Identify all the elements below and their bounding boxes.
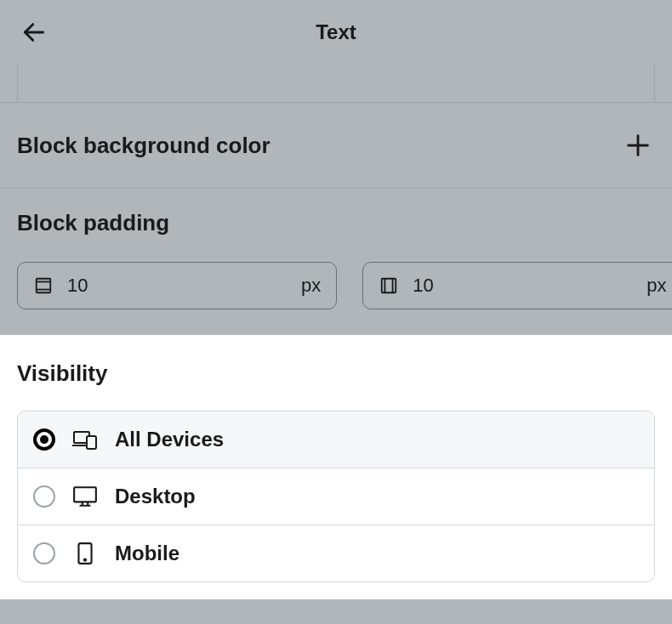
- visibility-section: Visibility All Devices: [0, 335, 672, 599]
- svg-rect-16: [74, 487, 96, 502]
- visibility-option-desktop[interactable]: Desktop: [18, 468, 654, 525]
- back-button[interactable]: [17, 15, 51, 49]
- visibility-option-all-devices[interactable]: All Devices: [18, 411, 654, 468]
- header: Text: [0, 0, 672, 64]
- add-color-button[interactable]: [621, 128, 655, 162]
- block-padding-label: Block padding: [17, 210, 655, 236]
- svg-point-21: [84, 559, 86, 560]
- arrow-left-icon: [20, 19, 48, 46]
- padding-vertical-field[interactable]: px: [17, 262, 337, 309]
- radio-icon: [33, 542, 55, 564]
- padding-horizontal-unit: px: [646, 275, 666, 297]
- padding-horizontal-input[interactable]: [413, 275, 646, 297]
- visibility-label: Visibility: [17, 360, 655, 387]
- plus-icon: [624, 131, 652, 160]
- block-padding-section: Block padding px px: [0, 188, 672, 335]
- visibility-option-label: All Devices: [115, 428, 224, 451]
- svg-rect-6: [382, 279, 396, 293]
- spacer: [17, 64, 655, 102]
- padding-horizontal-field[interactable]: px: [362, 262, 672, 309]
- visibility-option-label: Desktop: [115, 485, 196, 508]
- radio-icon: [33, 428, 55, 451]
- padding-vertical-icon: [33, 275, 54, 296]
- padding-vertical-input[interactable]: [67, 275, 301, 297]
- all-devices-icon: [72, 427, 98, 452]
- visibility-option-label: Mobile: [115, 542, 179, 565]
- desktop-icon: [72, 484, 98, 509]
- svg-rect-15: [87, 436, 96, 449]
- visibility-option-mobile[interactable]: Mobile: [18, 525, 654, 581]
- padding-vertical-unit: px: [301, 275, 321, 297]
- visibility-radio-group: All Devices Desktop Mobi: [17, 411, 655, 582]
- page-title: Text: [316, 20, 356, 44]
- block-bg-color-section: Block background color: [0, 102, 672, 188]
- mobile-icon: [72, 541, 98, 566]
- svg-rect-3: [37, 279, 51, 293]
- block-bg-color-label: Block background color: [17, 133, 271, 159]
- padding-horizontal-icon: [379, 275, 399, 296]
- radio-icon: [33, 485, 55, 508]
